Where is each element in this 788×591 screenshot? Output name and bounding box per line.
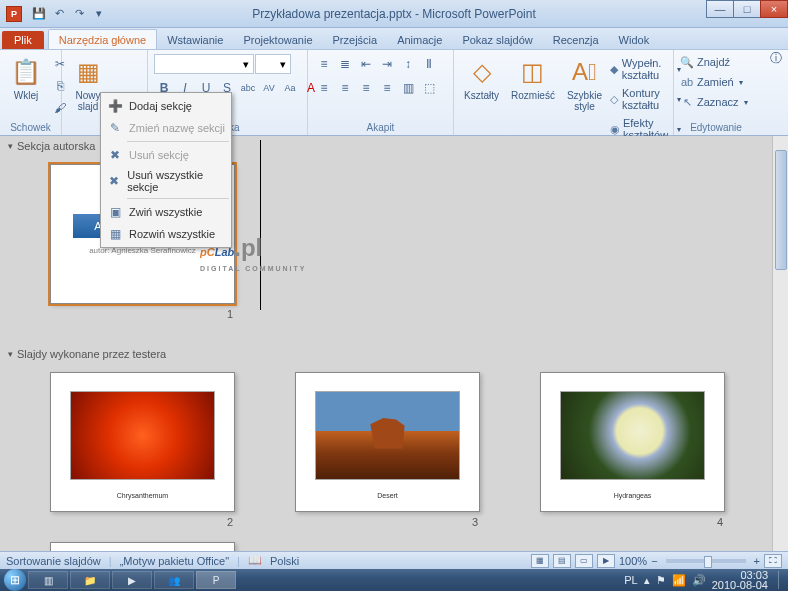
case-button[interactable]: Aa bbox=[280, 78, 300, 98]
justify-button[interactable]: ≡ bbox=[377, 78, 397, 98]
tray-clock[interactable]: 03:03 2010-08-04 bbox=[712, 570, 772, 590]
decrease-indent-button[interactable]: ⇤ bbox=[356, 54, 376, 74]
tab-animations[interactable]: Animacje bbox=[387, 30, 452, 49]
taskbar-folder[interactable]: 📁 bbox=[70, 571, 110, 589]
quick-styles-button[interactable]: Aͤ Szybkie style bbox=[563, 54, 606, 114]
tray-language[interactable]: PL bbox=[624, 574, 637, 586]
tab-review[interactable]: Recenzja bbox=[543, 30, 609, 49]
slide-photo bbox=[70, 391, 215, 480]
tab-slideshow[interactable]: Pokaz slajdów bbox=[452, 30, 542, 49]
tab-home[interactable]: Narzędzia główne bbox=[48, 29, 157, 49]
close-button[interactable]: × bbox=[760, 0, 788, 18]
find-button[interactable]: 🔍Znajdź bbox=[680, 54, 730, 70]
view-sorter-button[interactable]: ▤ bbox=[553, 554, 571, 568]
spell-check-icon[interactable]: 📖 bbox=[248, 554, 262, 567]
shape-fill-button[interactable]: ◆Wypełn. kształtu▾ bbox=[610, 56, 681, 82]
increase-indent-button[interactable]: ⇥ bbox=[377, 54, 397, 74]
paste-button[interactable]: 📋 Wklej bbox=[6, 54, 46, 103]
menu-remove-all-sections[interactable]: ✖Usuń wszystkie sekcje bbox=[103, 166, 229, 196]
shape-outline-button[interactable]: ◇Kontury kształtu▾ bbox=[610, 86, 681, 112]
shapes-button[interactable]: ◇ Kształty bbox=[460, 54, 503, 103]
fit-window-button[interactable]: ⛶ bbox=[764, 554, 782, 568]
slide-number: 1 bbox=[227, 308, 235, 320]
slide-number: 4 bbox=[717, 516, 725, 528]
zoom-level[interactable]: 100% bbox=[619, 555, 647, 567]
group-clipboard: 📋 Wklej ✂ ⎘ 🖌 Schowek bbox=[0, 50, 62, 135]
view-reading-button[interactable]: ▭ bbox=[575, 554, 593, 568]
tab-file[interactable]: Plik bbox=[2, 31, 44, 49]
tray-network-icon[interactable]: 📶 bbox=[672, 574, 686, 587]
tray-flag-icon[interactable]: ⚑ bbox=[656, 574, 666, 587]
slide-thumbnail-2[interactable]: Chrysanthemum 2 bbox=[50, 372, 235, 528]
insertion-caret bbox=[260, 140, 261, 310]
start-button[interactable] bbox=[4, 569, 26, 591]
minimize-button[interactable]: — bbox=[706, 0, 734, 18]
align-center-button[interactable]: ≡ bbox=[335, 78, 355, 98]
tab-insert[interactable]: Wstawianie bbox=[157, 30, 233, 49]
taskbar-media[interactable]: ▶ bbox=[112, 571, 152, 589]
window-title: Przykładowa prezentacja.pptx - Microsoft… bbox=[252, 7, 535, 21]
text-direction-button[interactable]: Ⅱ bbox=[419, 54, 439, 74]
taskbar-powerpoint[interactable]: P bbox=[196, 571, 236, 589]
system-tray: PL ▴ ⚑ 📶 🔊 03:03 2010-08-04 bbox=[624, 570, 784, 590]
slide-caption: Chrysanthemum bbox=[117, 492, 168, 499]
align-right-button[interactable]: ≡ bbox=[356, 78, 376, 98]
taskbar: ▥ 📁 ▶ 👥 P PL ▴ ⚑ 📶 🔊 03:03 2010-08-04 bbox=[0, 569, 788, 591]
align-left-button[interactable]: ≡ bbox=[314, 78, 334, 98]
convert-smartart-button[interactable]: ⬚ bbox=[419, 78, 439, 98]
paste-icon: 📋 bbox=[10, 56, 42, 88]
zoom-slider[interactable] bbox=[666, 559, 746, 563]
ribbon-help-button[interactable]: ⓘ bbox=[770, 50, 782, 67]
replace-button[interactable]: abZamień▾ bbox=[680, 74, 743, 90]
new-slide-label: Nowy slajd bbox=[75, 90, 100, 112]
arrange-button[interactable]: ◫ Rozmieść bbox=[507, 54, 559, 103]
menu-separator bbox=[127, 141, 229, 142]
spacing-button[interactable]: AV bbox=[259, 78, 279, 98]
taskbar-explorer[interactable]: ▥ bbox=[28, 571, 68, 589]
undo-button[interactable]: ↶ bbox=[50, 5, 68, 23]
slide-number: 3 bbox=[472, 516, 480, 528]
menu-add-section[interactable]: ➕Dodaj sekcję bbox=[103, 95, 229, 117]
numbering-button[interactable]: ≣ bbox=[335, 54, 355, 74]
bullets-button[interactable]: ≡ bbox=[314, 54, 334, 74]
status-theme: „Motyw pakietu Office" bbox=[120, 555, 229, 567]
zoom-in-button[interactable]: + bbox=[754, 555, 760, 567]
status-language[interactable]: Polski bbox=[270, 555, 299, 567]
save-button[interactable]: 💾 bbox=[30, 5, 48, 23]
font-family-combo[interactable]: ▾ bbox=[154, 54, 254, 74]
vertical-scrollbar[interactable] bbox=[772, 136, 788, 551]
zoom-out-button[interactable]: − bbox=[651, 555, 657, 567]
arrange-label: Rozmieść bbox=[511, 90, 555, 101]
view-slideshow-button[interactable]: ▶ bbox=[597, 554, 615, 568]
slide-thumbnail-5[interactable] bbox=[50, 542, 235, 551]
tray-show-hidden-icon[interactable]: ▴ bbox=[644, 574, 650, 587]
font-size-combo[interactable]: ▾ bbox=[255, 54, 291, 74]
find-icon: 🔍 bbox=[680, 55, 694, 69]
slide-thumbnail-4[interactable]: Hydrangeas 4 bbox=[540, 372, 725, 528]
strike-button[interactable]: abc bbox=[238, 78, 258, 98]
qat-more-button[interactable]: ▾ bbox=[90, 5, 108, 23]
tab-view[interactable]: Widok bbox=[609, 30, 660, 49]
taskbar-messenger[interactable]: 👥 bbox=[154, 571, 194, 589]
view-normal-button[interactable]: ▦ bbox=[531, 554, 549, 568]
slide-thumbnail-3[interactable]: Desert 3 bbox=[295, 372, 480, 528]
scrollbar-thumb[interactable] bbox=[775, 150, 787, 270]
slide-caption: Hydrangeas bbox=[614, 492, 652, 499]
quick-styles-icon: Aͤ bbox=[568, 56, 600, 88]
select-button[interactable]: ↖Zaznacz▾ bbox=[680, 94, 748, 110]
redo-button[interactable]: ↷ bbox=[70, 5, 88, 23]
line-spacing-button[interactable]: ↕ bbox=[398, 54, 418, 74]
tab-design[interactable]: Projektowanie bbox=[233, 30, 322, 49]
menu-expand-all[interactable]: ▦Rozwiń wszystkie bbox=[103, 223, 229, 245]
remove-all-icon: ✖ bbox=[107, 173, 121, 189]
show-desktop-button[interactable] bbox=[778, 571, 784, 589]
select-icon: ↖ bbox=[680, 95, 694, 109]
section-header-tester[interactable]: Slajdy wykonane przez testera bbox=[0, 344, 788, 364]
tray-volume-icon[interactable]: 🔊 bbox=[692, 574, 706, 587]
columns-button[interactable]: ▥ bbox=[398, 78, 418, 98]
group-drawing: ◇ Kształty ◫ Rozmieść Aͤ Szybkie style ◆… bbox=[454, 50, 674, 135]
menu-remove-section: ✖Usuń sekcję bbox=[103, 144, 229, 166]
menu-collapse-all[interactable]: ▣Zwiń wszystkie bbox=[103, 201, 229, 223]
maximize-button[interactable]: □ bbox=[733, 0, 761, 18]
tab-transitions[interactable]: Przejścia bbox=[323, 30, 388, 49]
